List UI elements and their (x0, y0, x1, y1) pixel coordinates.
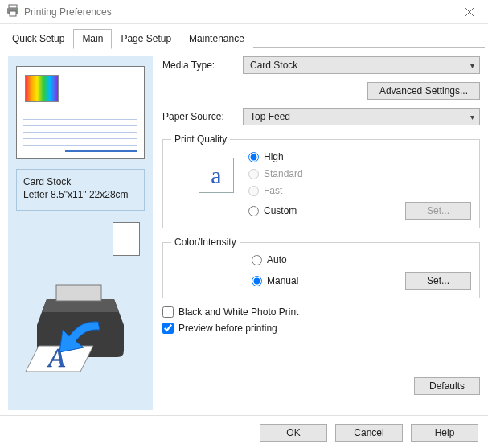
preview-paper-size: Letter 8.5"x11" 22x28cm (23, 189, 137, 200)
cancel-button[interactable]: Cancel (335, 424, 403, 442)
media-type-label: Media Type: (162, 60, 243, 71)
quality-set-button: Set... (405, 202, 471, 220)
svg-point-3 (16, 9, 18, 10)
tab-page-setup[interactable]: Page Setup (112, 29, 180, 48)
printer-icon (6, 4, 19, 19)
titlebar: Printing Preferences (0, 0, 488, 24)
help-button[interactable]: Help (411, 424, 478, 442)
preview-before-label: Preview before printing (178, 323, 277, 334)
color-intensity-legend: Color/Intensity (171, 236, 240, 248)
tab-maintenance[interactable]: Maintenance (180, 29, 253, 48)
chevron-down-icon: ▾ (470, 61, 474, 70)
quality-custom-radio[interactable]: Custom (248, 205, 297, 216)
ci-set-button[interactable]: Set... (405, 272, 471, 290)
quality-fast-radio: Fast (248, 185, 471, 196)
bw-photo-checkbox[interactable]: Black and White Photo Print (162, 306, 480, 318)
quality-high-label: High (264, 151, 284, 162)
paper-source-label: Paper Source: (162, 111, 243, 122)
preview-panel: Card Stock Letter 8.5"x11" 22x28cm A (8, 56, 153, 410)
dialog-button-row: OK Cancel Help (0, 415, 488, 448)
svg-rect-2 (10, 11, 16, 16)
quality-standard-radio: Standard (248, 168, 471, 179)
quality-custom-label: Custom (264, 205, 297, 216)
svg-rect-6 (56, 285, 101, 301)
print-quality-group: Print Quality a High Standard (162, 134, 480, 228)
close-icon (465, 8, 474, 16)
page-preview (16, 66, 145, 159)
ci-manual-radio[interactable]: Manual (252, 275, 298, 286)
close-button[interactable] (451, 0, 488, 24)
preview-media-info: Card Stock Letter 8.5"x11" 22x28cm (16, 169, 145, 211)
media-type-select[interactable]: Card Stock ▾ (243, 56, 480, 74)
quality-preview-icon: a (199, 158, 234, 193)
chevron-down-icon: ▾ (470, 113, 474, 121)
quality-standard-label: Standard (264, 168, 303, 179)
preview-media-type: Card Stock (23, 176, 137, 187)
media-type-value: Card Stock (250, 60, 297, 71)
defaults-button[interactable]: Defaults (414, 377, 480, 395)
ci-auto-radio[interactable]: Auto (252, 254, 471, 265)
page-preview-underline (65, 150, 137, 152)
tab-main[interactable]: Main (73, 29, 112, 49)
ci-auto-label: Auto (267, 254, 287, 265)
printer-illustration: A (16, 277, 145, 373)
quality-fast-label: Fast (264, 185, 282, 196)
ok-button[interactable]: OK (260, 424, 327, 442)
svg-rect-0 (9, 5, 17, 8)
page-preview-rules (23, 107, 137, 149)
advanced-settings-button[interactable]: Advanced Settings... (367, 82, 480, 100)
tab-quick-setup[interactable]: Quick Setup (3, 29, 73, 48)
ci-manual-label: Manual (267, 275, 298, 286)
rainbow-swatch-icon (25, 75, 59, 102)
window-title: Printing Preferences (24, 6, 451, 18)
bw-photo-label: Black and White Photo Print (178, 306, 298, 318)
quality-high-radio[interactable]: High (248, 151, 471, 162)
main-tab-content: Card Stock Letter 8.5"x11" 22x28cm A Med… (0, 48, 488, 415)
preview-before-checkbox[interactable]: Preview before printing (162, 323, 480, 334)
orientation-thumbnail (113, 222, 140, 256)
paper-source-select[interactable]: Top Feed ▾ (243, 108, 480, 125)
color-intensity-group: Color/Intensity Auto Manual Set... (162, 236, 480, 298)
print-quality-legend: Print Quality (171, 134, 230, 145)
paper-source-value: Top Feed (250, 111, 290, 122)
tab-strip: Quick Setup Main Page Setup Maintenance (0, 29, 488, 48)
settings-panel: Media Type: Card Stock ▾ Advanced Settin… (162, 56, 480, 410)
